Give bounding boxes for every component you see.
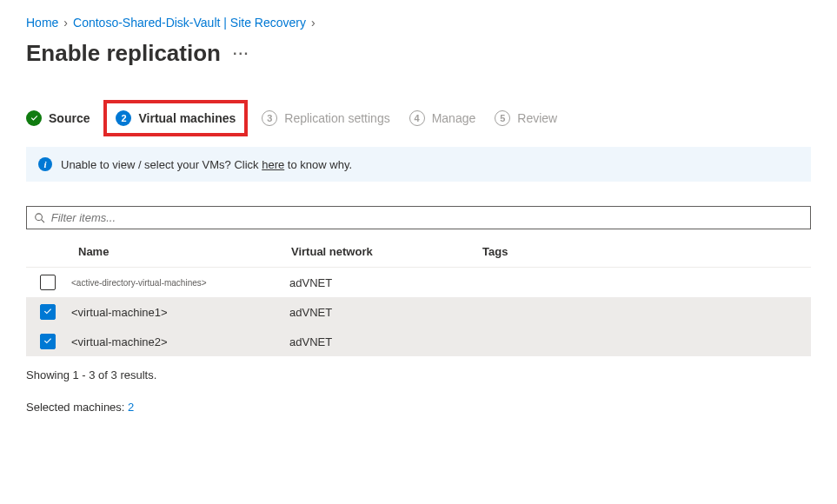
vm-network: adVNET xyxy=(289,335,481,348)
search-icon xyxy=(34,212,46,224)
selected-count: Selected machines: 2 xyxy=(26,401,811,414)
filter-box[interactable] xyxy=(26,206,811,229)
table-header: Name Virtual network Tags xyxy=(26,236,811,268)
step-source[interactable]: Source xyxy=(26,110,90,126)
table-row[interactable]: <active-directory-virtual-machines> adVN… xyxy=(26,268,811,297)
page-title: Enable replication ··· xyxy=(26,40,811,67)
chevron-right-icon: › xyxy=(311,16,316,30)
chevron-right-icon: › xyxy=(63,16,68,30)
col-tags: Tags xyxy=(482,245,804,258)
breadcrumb-home[interactable]: Home xyxy=(26,16,58,30)
more-actions-button[interactable]: ··· xyxy=(233,46,249,62)
step-label: Source xyxy=(49,111,90,125)
breadcrumb-vault[interactable]: Contoso-Shared-Disk-Vault | Site Recover… xyxy=(73,16,306,30)
step-label: Virtual machines xyxy=(138,111,236,125)
vm-network: adVNET xyxy=(289,276,481,289)
svg-line-1 xyxy=(42,219,44,222)
table-row[interactable]: <virtual-machine1> adVNET xyxy=(26,297,811,327)
info-icon: i xyxy=(38,157,52,171)
info-banner: i Unable to view / select your VMs? Clic… xyxy=(26,147,811,182)
vm-name: <virtual-machine2> xyxy=(66,335,279,348)
filter-input[interactable] xyxy=(51,211,803,224)
step-manage[interactable]: 4 Manage xyxy=(409,110,476,126)
checkbox[interactable] xyxy=(40,334,56,349)
step-replication-settings[interactable]: 3 Replication settings xyxy=(262,110,389,126)
check-icon xyxy=(26,110,42,126)
step-virtual-machines[interactable]: 2 Virtual machines xyxy=(103,100,248,136)
step-label: Review xyxy=(517,111,557,125)
step-review[interactable]: 5 Review xyxy=(495,110,557,126)
info-text: Unable to view / select your VMs? Click … xyxy=(61,158,352,171)
wizard-steps: Source 2 Virtual machines 3 Replication … xyxy=(26,110,811,126)
info-text-before: Unable to view / select your VMs? Click xyxy=(61,158,262,171)
col-name: Name xyxy=(78,245,291,258)
breadcrumb: Home › Contoso-Shared-Disk-Vault | Site … xyxy=(26,16,811,30)
selected-label: Selected machines: xyxy=(26,401,128,414)
step-label: Replication settings xyxy=(284,111,389,125)
info-text-after: to know why. xyxy=(284,158,352,171)
vm-name: <virtual-machine1> xyxy=(66,306,279,319)
col-network: Virtual network xyxy=(291,245,482,258)
info-link[interactable]: here xyxy=(262,158,284,171)
step-number-icon: 3 xyxy=(262,110,277,126)
checkbox[interactable] xyxy=(40,304,56,320)
step-label: Manage xyxy=(432,111,476,125)
step-number-icon: 2 xyxy=(116,110,131,126)
svg-point-0 xyxy=(36,213,43,220)
vm-name: <active-directory-virtual-machines> xyxy=(66,278,279,288)
step-number-icon: 4 xyxy=(409,110,425,126)
table-row[interactable]: <virtual-machine2> adVNET xyxy=(26,327,811,356)
vm-table: Name Virtual network Tags <active-direct… xyxy=(26,236,811,356)
vm-network: adVNET xyxy=(289,306,481,319)
results-count: Showing 1 - 3 of 3 results. xyxy=(26,368,811,381)
selected-number: 2 xyxy=(128,401,134,414)
step-number-icon: 5 xyxy=(495,110,510,126)
page-title-text: Enable replication xyxy=(26,40,221,67)
checkbox[interactable] xyxy=(40,275,56,290)
